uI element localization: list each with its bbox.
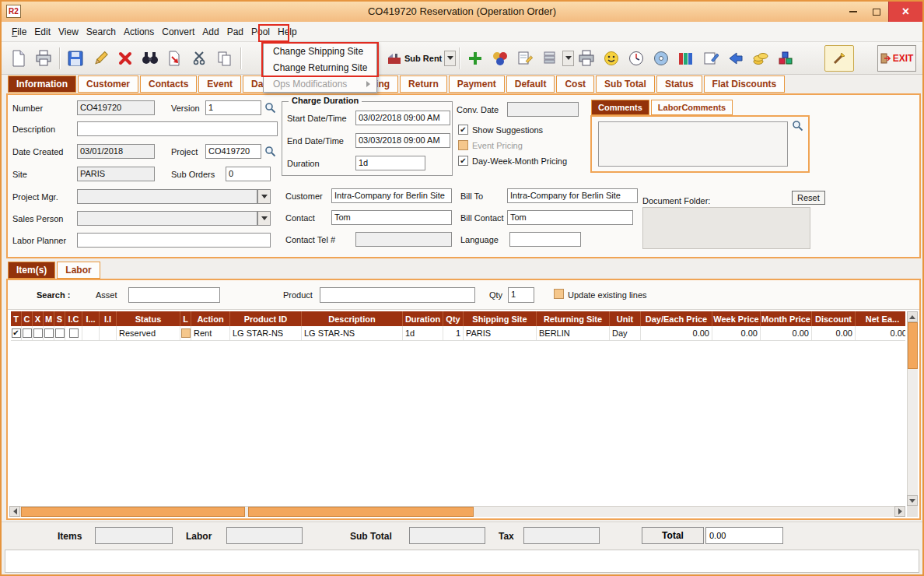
col-header-shipping-site[interactable]: Shipping Site — [464, 311, 537, 326]
project-mgr-dropdown-button[interactable] — [257, 189, 271, 204]
copy-button[interactable] — [212, 45, 237, 72]
tab-return[interactable]: Return — [400, 76, 447, 93]
maximize-button[interactable] — [865, 2, 888, 22]
update-existing-lines-checkbox[interactable] — [554, 289, 564, 299]
labor-planner-field[interactable] — [77, 233, 271, 248]
col-header-c[interactable]: C — [22, 311, 33, 326]
product-input[interactable] — [320, 287, 475, 303]
convert-button[interactable] — [163, 45, 187, 72]
tab-event[interactable]: Event — [198, 76, 241, 93]
pads-dropdown-button[interactable] — [562, 51, 574, 66]
tab-items[interactable]: Item(s) — [8, 262, 55, 279]
menu-view[interactable]: View — [54, 23, 82, 40]
row-ic-checkbox[interactable] — [69, 328, 79, 338]
col-header-qty[interactable]: Qty — [443, 311, 464, 326]
row-t-checkbox[interactable]: ✔ — [12, 328, 21, 338]
tab-payment[interactable]: Payment — [449, 76, 505, 93]
reset-button[interactable]: Reset — [792, 191, 825, 205]
menu-pad[interactable]: Pad — [223, 23, 247, 40]
scroll-down-button[interactable] — [907, 495, 918, 506]
wand-toggle-button[interactable] — [824, 45, 854, 72]
add-line-button[interactable] — [463, 45, 488, 72]
comments-search-icon[interactable] — [792, 120, 803, 132]
menu-help[interactable]: Help — [274, 23, 301, 40]
show-suggestions-checkbox[interactable]: ✔ — [458, 125, 468, 135]
version-field[interactable]: 1 — [205, 100, 261, 115]
menu-item-change-shipping-site[interactable]: Change Shipping Site — [264, 43, 376, 59]
bill-to-field[interactable]: Intra-Company for Berlin Site — [507, 188, 638, 203]
col-header-x[interactable]: X — [33, 311, 44, 326]
customer-field[interactable]: Intra-Company for Berlin Site — [331, 188, 452, 203]
title-bar[interactable]: R2 CO419720 Reservation (Operation Order… — [2, 2, 922, 22]
sub-rent-button[interactable]: Sub Rent — [384, 51, 444, 65]
conv-date-field[interactable] — [507, 102, 579, 117]
date-created-field[interactable]: 03/01/2018 — [77, 144, 155, 159]
media-button[interactable] — [649, 45, 674, 72]
qty-input[interactable]: 1 — [508, 287, 534, 303]
inventory-button[interactable] — [773, 45, 798, 72]
number-field[interactable]: CO419720 — [77, 100, 155, 115]
tab-customer[interactable]: Customer — [78, 76, 138, 93]
document-folder-area[interactable] — [642, 207, 810, 249]
scroll-left-button[interactable] — [9, 506, 20, 517]
minimize-button[interactable] — [842, 2, 865, 22]
col-header-action[interactable]: Action — [191, 311, 230, 326]
schedule-button[interactable] — [624, 45, 649, 72]
tab-flat-discounts[interactable]: Flat Discounts — [704, 76, 786, 93]
tab-sub-total[interactable]: Sub Total — [596, 76, 655, 93]
col-header-status[interactable]: Status — [117, 311, 180, 326]
menu-edit[interactable]: Edit — [30, 23, 54, 40]
row-c-checkbox[interactable] — [23, 328, 32, 338]
col-header-net-each[interactable]: Net Ea... — [856, 311, 905, 326]
project-field[interactable]: CO419720 — [205, 144, 261, 159]
row-x-checkbox[interactable] — [33, 328, 43, 338]
new-button[interactable] — [6, 45, 31, 72]
tab-labor[interactable]: Labor — [57, 262, 100, 279]
scroll-right-button[interactable] — [894, 506, 905, 517]
close-button[interactable]: × — [888, 2, 922, 22]
menu-convert[interactable]: Convert — [158, 23, 198, 40]
col-header-i1[interactable]: I... — [82, 311, 100, 326]
tab-labor-comments[interactable]: LaborComments — [651, 100, 733, 115]
col-header-ii[interactable]: I.I — [100, 311, 117, 326]
save-button[interactable] — [63, 45, 88, 72]
language-field[interactable] — [509, 232, 581, 247]
description-field[interactable] — [77, 121, 278, 136]
row-m-checkbox[interactable] — [44, 328, 54, 338]
comments-textarea[interactable] — [598, 121, 788, 167]
menu-actions[interactable]: Actions — [120, 23, 158, 40]
exit-button[interactable]: EXIT — [877, 45, 916, 72]
asset-input[interactable] — [128, 287, 220, 303]
menu-item-ops-modifications[interactable]: Ops Modifications — [264, 76, 376, 92]
tab-status[interactable]: Status — [656, 76, 702, 93]
project-mgr-field[interactable] — [77, 189, 257, 204]
col-header-returning-site[interactable]: Returning Site — [537, 311, 610, 326]
version-search-icon[interactable] — [264, 102, 276, 114]
menu-search[interactable]: Search — [82, 23, 120, 40]
write-note-button[interactable] — [698, 45, 723, 72]
col-header-unit[interactable]: Unit — [610, 311, 641, 326]
print-button[interactable] — [31, 45, 56, 72]
menu-item-change-returning-site[interactable]: Change Returning Site — [264, 59, 376, 76]
bill-contact-field[interactable]: Tom — [507, 210, 633, 225]
smiley-button[interactable] — [599, 45, 624, 72]
billing-button[interactable] — [748, 45, 773, 72]
table-row[interactable]: ✔ Reserved Rent LG STAR-NS LG STAR-NS 1d… — [11, 326, 905, 341]
start-date-field[interactable]: 03/02/2018 09:00 AM — [355, 111, 450, 125]
col-header-m[interactable]: M — [44, 311, 54, 326]
row-l-checkbox[interactable] — [181, 328, 191, 338]
col-header-t[interactable]: T — [11, 311, 22, 326]
sales-person-dropdown-button[interactable] — [257, 211, 271, 226]
dwm-pricing-checkbox[interactable]: ✔ — [458, 156, 468, 166]
end-date-field[interactable]: 03/03/2018 09:00 AM — [355, 133, 450, 148]
tab-contacts[interactable]: Contacts — [140, 76, 197, 93]
menu-file[interactable]: File — [8, 23, 30, 40]
col-header-ic[interactable]: I.C — [65, 311, 82, 326]
col-header-day-each-price[interactable]: Day/Each Price — [641, 311, 712, 326]
sales-person-field[interactable] — [77, 211, 257, 226]
sub-rent-dropdown-button[interactable] — [444, 51, 456, 66]
horizontal-scrollbar[interactable] — [9, 506, 905, 517]
row-s-checkbox[interactable] — [55, 328, 65, 338]
vertical-scrollbar[interactable] — [907, 311, 918, 506]
pads-button[interactable] — [537, 45, 562, 72]
